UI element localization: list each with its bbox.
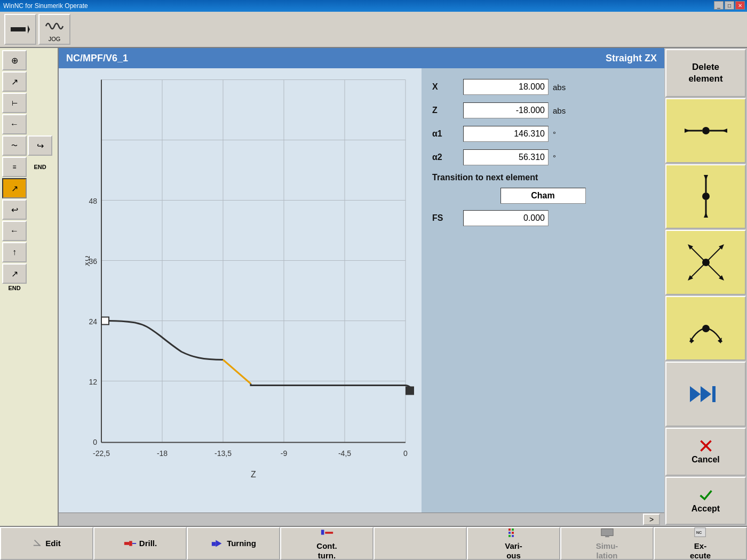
cont-turn-button[interactable]: Cont.turn.	[280, 527, 374, 560]
arrow-tool-button[interactable]	[4, 14, 36, 45]
taskbar: Edit Drill. Turning Cont.t	[0, 526, 747, 560]
svg-rect-73	[508, 535, 511, 537]
sidebar-end1-label: END	[28, 157, 52, 177]
svg-marker-58	[701, 386, 711, 402]
svg-text:0: 0	[93, 438, 97, 446]
a2-unit: °	[553, 153, 569, 162]
a1-param-row: α1 146.310 °	[432, 126, 654, 142]
right-panel: Deleteelement	[664, 48, 747, 526]
sidebar-step-btn[interactable]: ⊢	[2, 93, 27, 113]
svg-marker-68	[216, 540, 221, 547]
svg-rect-74	[512, 529, 514, 531]
nc-header: NC/MPF/V6_1 Straight ZX	[59, 48, 664, 68]
close-button[interactable]: ✕	[735, 1, 745, 10]
svg-marker-44	[704, 212, 708, 218]
jog-button[interactable]: JOG	[38, 14, 70, 45]
svg-rect-33	[406, 387, 414, 395]
a2-value: 56.310	[463, 149, 549, 165]
svg-rect-70	[325, 532, 333, 534]
sidebar-left-btn[interactable]: ←	[2, 221, 27, 241]
sidebar-curve-left-btn[interactable]: ↩	[2, 199, 27, 220]
svg-marker-57	[690, 386, 701, 402]
edit-button[interactable]: Edit	[0, 527, 93, 560]
execute-label: Ex-ecute	[690, 541, 711, 560]
a1-value: 146.310	[463, 126, 549, 142]
svg-line-46	[690, 246, 706, 262]
drill-button[interactable]: Drill.	[93, 527, 187, 560]
svg-text:24: 24	[89, 317, 97, 326]
blank-button	[374, 527, 467, 560]
svg-rect-67	[212, 542, 216, 546]
titlebar: WinNC for Sinumerik Operate _ □ ✕	[0, 0, 747, 12]
z-value: -18.000	[463, 102, 549, 118]
skip-button[interactable]	[665, 362, 746, 427]
svg-text:0: 0	[403, 449, 408, 458]
turning-button[interactable]: Turning	[187, 527, 280, 560]
vertical-constraint-button[interactable]	[665, 164, 746, 229]
cancel-button[interactable]: Cancel	[665, 428, 746, 476]
svg-line-49	[706, 262, 722, 278]
work-area: 0 12 24 36 48 -12 -22,5 -18 -13,5 -9 -4,…	[59, 68, 664, 513]
sidebar-lines-btn[interactable]: ≡	[2, 157, 27, 177]
sidebar-diag2-btn[interactable]: ↗	[2, 263, 27, 284]
svg-rect-71	[508, 529, 511, 531]
svg-text:-18: -18	[157, 449, 168, 458]
svg-line-48	[690, 262, 706, 278]
a2-label: α2	[432, 153, 459, 162]
z-param-row: Z -18.000 abs	[432, 102, 654, 118]
sidebar-wave-btn[interactable]: 〜	[2, 135, 27, 156]
vari-ous-button[interactable]: Vari-ous	[467, 527, 560, 560]
minimize-button[interactable]: _	[714, 1, 724, 10]
window-controls[interactable]: _ □ ✕	[714, 1, 745, 10]
params-panel: X 18.000 abs Z -18.000 abs α1 146	[422, 68, 664, 513]
a2-param-row: α2 56.310 °	[432, 149, 654, 165]
sidebar-horizontal-btn[interactable]: ←	[2, 114, 27, 134]
horizontal-constraint-button[interactable]	[665, 98, 746, 163]
sidebar-crosshair-btn[interactable]: ⊕	[2, 50, 27, 70]
sidebar-diagonal-btn[interactable]: ↗	[2, 71, 27, 92]
svg-rect-69	[321, 530, 324, 534]
svg-rect-59	[712, 386, 716, 402]
sidebar-up-btn[interactable]: ↑	[2, 242, 27, 262]
sidebar: ⊕ ↗ ⊢ ← 〜 ↪ ≡ END ↗ ↩ ← ↑ ↗	[0, 48, 59, 526]
fs-label: FS	[432, 213, 459, 223]
svg-rect-2	[101, 80, 406, 443]
app-title: WinNC for Sinumerik Operate	[3, 2, 88, 10]
statusbar: >	[59, 513, 664, 526]
z-label: Z	[432, 106, 459, 115]
maximize-button[interactable]: □	[725, 1, 734, 10]
x-label: X	[432, 82, 459, 92]
arc-constraint-button[interactable]	[665, 296, 746, 361]
execute-button[interactable]: NC Ex-ecute	[654, 527, 747, 560]
accept-button[interactable]: Accept	[665, 477, 746, 525]
svg-rect-64	[124, 542, 129, 545]
delete-label: Deleteelement	[688, 61, 722, 85]
free-constraint-button[interactable]	[665, 230, 746, 295]
status-arrow-btn[interactable]: >	[643, 514, 660, 525]
svg-rect-78	[605, 536, 609, 538]
main-area: ⊕ ↗ ⊢ ← 〜 ↪ ≡ END ↗ ↩ ← ↑ ↗	[0, 48, 747, 526]
chart-area: 0 12 24 36 48 -12 -22,5 -18 -13,5 -9 -4,…	[59, 68, 422, 513]
sidebar-curve-btn[interactable]: ↪	[28, 135, 52, 156]
accept-label: Accept	[692, 504, 720, 514]
edit-label: Edit	[45, 539, 60, 548]
svg-line-47	[706, 246, 722, 262]
svg-rect-76	[512, 535, 514, 537]
delete-element-button[interactable]: Deleteelement	[665, 49, 746, 97]
drill-label: Drill.	[139, 539, 157, 548]
jog-label: JOG	[49, 36, 61, 42]
z-unit: abs	[553, 106, 569, 115]
svg-marker-39	[722, 129, 727, 133]
svg-rect-1	[11, 27, 26, 31]
chart-svg: 0 12 24 36 48 -12 -22,5 -18 -13,5 -9 -4,…	[85, 74, 416, 491]
svg-marker-38	[685, 129, 690, 133]
svg-text:Z: Z	[251, 470, 256, 479]
svg-text:-4,5: -4,5	[338, 449, 351, 458]
svg-text:XΩ: XΩ	[85, 256, 91, 267]
svg-rect-65	[129, 541, 132, 546]
turning-label: Turning	[227, 539, 256, 548]
svg-rect-72	[508, 532, 511, 534]
simulation-button[interactable]: Simu-lation	[560, 527, 654, 560]
sidebar-active-btn[interactable]: ↗	[2, 178, 27, 198]
svg-marker-43	[704, 175, 708, 180]
